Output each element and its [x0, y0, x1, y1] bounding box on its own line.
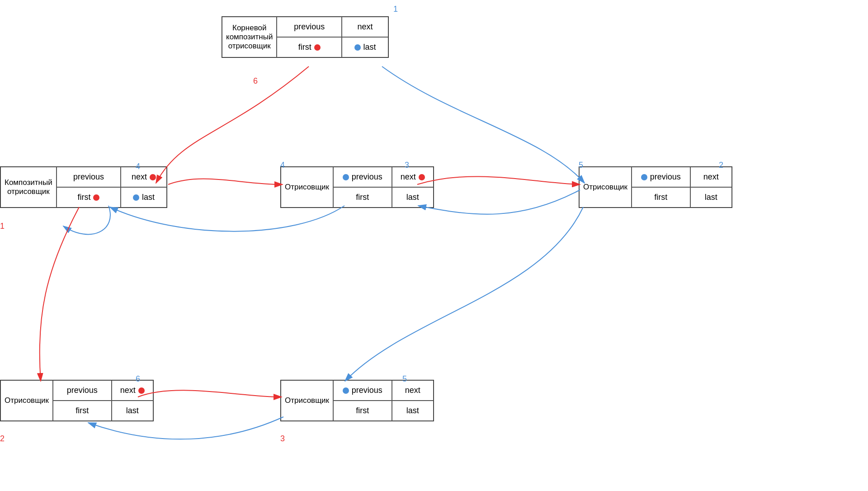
arrow-composite-next-to-r1 — [168, 179, 283, 184]
r1-next: next — [392, 167, 434, 187]
renderer1-node: previous Отрисовщик next first last — [280, 166, 434, 208]
r2-previous: previous — [632, 167, 690, 187]
label-3-r4: 3 — [280, 434, 285, 444]
r1-label: Отрисовщик — [281, 167, 333, 208]
label-2-r3: 2 — [0, 434, 5, 444]
composite-next-dot — [150, 174, 156, 180]
r1-previous: previous — [333, 167, 392, 187]
arrow-root-first-to-composite — [156, 66, 309, 183]
root-label: Корневойкомпозитныйотрисовщик — [222, 17, 277, 57]
label-6-r3: 6 — [136, 374, 140, 384]
arrow-r3-next-to-r4 — [138, 390, 282, 397]
composite-label: Композитныйотрисовщик — [0, 167, 57, 208]
label-4-comp: 4 — [136, 162, 140, 171]
r4-first: first — [333, 401, 392, 421]
arrow-composite-last — [63, 206, 110, 234]
label-3-r1-top: 3 — [405, 161, 409, 170]
r4-last: last — [392, 401, 434, 421]
label-4-r1: 4 — [280, 161, 285, 170]
root-previous: previous — [277, 17, 342, 37]
r2-label: Отрисовщик — [579, 167, 632, 208]
arrow-r2-to-r4 — [345, 207, 583, 381]
r4-prev-dot — [343, 387, 349, 394]
r3-label: Отрисовщик — [0, 380, 53, 421]
root-last: last — [342, 37, 388, 57]
r1-last: last — [392, 187, 434, 208]
arrow-r1-next-to-r2 — [417, 176, 580, 184]
root-node: previous Корневойкомпозитныйотрисовщик n… — [222, 16, 389, 58]
composite-first: first — [57, 187, 121, 208]
composite-last: last — [121, 187, 167, 208]
root-next: next — [342, 17, 388, 37]
composite-next: next — [121, 167, 167, 187]
r3-next: next — [112, 380, 153, 401]
label-5-r2: 5 — [579, 161, 583, 170]
r3-last: last — [112, 401, 153, 421]
label-1-root: 1 — [393, 5, 398, 14]
arrow-composite-first-to-r3 — [40, 207, 79, 381]
renderer3-node: previous Отрисовщик next first last — [0, 380, 154, 421]
r2-prev-dot — [641, 174, 647, 180]
composite-previous: previous — [57, 167, 121, 187]
composite-node: previous Композитныйотрисовщик next firs… — [0, 166, 167, 208]
label-1-comp: 1 — [0, 222, 5, 231]
r4-previous: previous — [333, 380, 392, 401]
arrow-root-last-to-r2 — [382, 66, 585, 183]
label-2-r2: 2 — [719, 161, 723, 170]
r3-previous: previous — [53, 380, 111, 401]
root-first-dot — [314, 44, 321, 51]
renderer4-node: previous Отрисовщик next first last — [280, 380, 434, 421]
label-6-arrow: 6 — [253, 76, 258, 85]
r2-next: next — [690, 167, 732, 187]
composite-first-dot — [93, 194, 99, 201]
composite-last-dot — [133, 194, 139, 201]
r1-first: first — [333, 187, 392, 208]
renderer2-node: previous Отрисовщик next first last — [579, 166, 732, 208]
r1-prev-dot — [343, 174, 349, 180]
r2-last: last — [690, 187, 732, 208]
r3-next-dot — [138, 387, 145, 394]
r4-label: Отрисовщик — [281, 380, 333, 421]
arrow-r2-prev-to-r1 — [418, 190, 580, 214]
root-last-dot — [354, 44, 361, 51]
label-5-r4: 5 — [402, 374, 407, 384]
arrow-r1-last-to-composite — [110, 206, 344, 231]
r2-first: first — [632, 187, 690, 208]
r1-next-dot — [419, 174, 425, 180]
root-first: first — [277, 37, 342, 57]
r3-first: first — [53, 401, 111, 421]
r4-next: next — [392, 380, 434, 401]
